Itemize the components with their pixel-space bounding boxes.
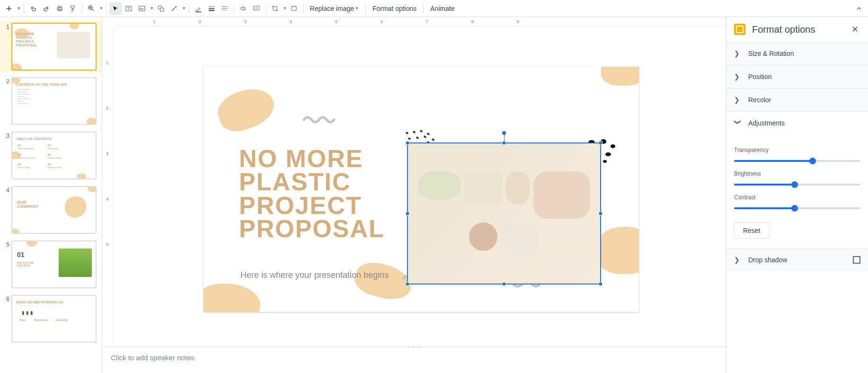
format-panel-icon xyxy=(734,24,745,35)
reset-button[interactable]: Reset xyxy=(734,222,770,239)
redo-button[interactable] xyxy=(40,2,53,15)
chevron-right-icon: ❯ xyxy=(734,256,742,264)
line-button[interactable] xyxy=(168,2,180,15)
chevron-right-icon: ❯ xyxy=(734,73,742,80)
thumbnail-4[interactable]: 4 OURCOMPANY xyxy=(0,184,102,236)
thumbnail-1[interactable]: 1 NO MOREPLASTICPROJECTPROPOSAL xyxy=(0,21,102,72)
print-button[interactable] xyxy=(53,2,66,15)
format-options-panel: Format options ✕ ❯ Size & Rotation ❯ Pos… xyxy=(726,17,868,373)
svg-rect-9 xyxy=(160,8,164,11)
chevron-right-icon: ❯ xyxy=(734,50,742,57)
svg-point-16 xyxy=(426,133,430,135)
svg-point-14 xyxy=(412,131,416,133)
transparency-slider[interactable] xyxy=(734,160,860,162)
size-rotation-section[interactable]: ❯ Size & Rotation xyxy=(726,42,868,65)
transparency-label: Transparency xyxy=(734,147,860,153)
zoom-button[interactable] xyxy=(85,2,97,15)
rotation-handle[interactable] xyxy=(502,131,506,135)
select-tool-button[interactable] xyxy=(109,2,122,15)
svg-point-18 xyxy=(416,136,419,139)
link-button[interactable] xyxy=(237,2,249,15)
slide-canvas[interactable]: NO MOREPLASTICPROJECTPROPOSAL Here is wh… xyxy=(204,67,639,312)
reset-image-button[interactable] xyxy=(288,2,300,15)
new-slide-button[interactable] xyxy=(3,2,15,15)
speaker-notes[interactable]: ● ● ● Click to add speaker notes xyxy=(102,346,726,373)
adjustments-section[interactable]: ❯ Adjustments xyxy=(726,112,868,134)
border-dash-button[interactable] xyxy=(219,2,231,15)
svg-rect-10 xyxy=(195,11,201,12)
comment-button[interactable] xyxy=(250,2,263,15)
svg-point-17 xyxy=(407,137,411,140)
thumbnail-5[interactable]: 5 01 ABOUT THEPROJECT xyxy=(0,239,102,290)
chevron-down-icon: ❯ xyxy=(734,119,742,127)
svg-rect-3 xyxy=(71,6,74,8)
svg-point-20 xyxy=(431,138,434,141)
dropdown-icon[interactable]: ▼ xyxy=(150,6,154,10)
slide-subtitle[interactable]: Here is where your presentation begins xyxy=(240,270,389,280)
close-panel-button[interactable]: ✕ xyxy=(849,24,860,35)
chevron-right-icon: ❯ xyxy=(734,96,742,104)
replace-image-button[interactable]: Replace image▼ xyxy=(306,2,363,15)
collapse-toolbar-button[interactable] xyxy=(853,2,865,15)
svg-rect-12 xyxy=(292,7,296,10)
position-section[interactable]: ❯ Position xyxy=(726,65,868,88)
resize-handle[interactable] xyxy=(502,282,506,286)
border-weight-button[interactable] xyxy=(205,2,218,15)
format-options-button[interactable]: Format options xyxy=(369,2,420,15)
slide-thumbnails: 1 NO MOREPLASTICPROJECTPROPOSAL 2 CONTEN… xyxy=(0,17,102,373)
animate-button[interactable]: Animate xyxy=(426,2,458,15)
svg-point-38 xyxy=(603,160,607,163)
svg-rect-1 xyxy=(58,6,61,8)
drop-shadow-section[interactable]: ❯ Drop shadow xyxy=(726,249,868,271)
svg-point-13 xyxy=(405,132,408,134)
brightness-label: Brightness xyxy=(734,170,860,177)
canvas-area: 123456789 12345 NO MOREPLASTICPROJECTPRO… xyxy=(102,17,726,373)
crop-button[interactable] xyxy=(269,2,281,15)
image-button[interactable] xyxy=(136,2,148,15)
thumbnail-6[interactable]: 6 WHAT WE ARE WORKING ON ▮ ▮ ▮ RetailRes… xyxy=(0,293,102,345)
svg-point-33 xyxy=(611,144,615,148)
vertical-ruler: 12345 xyxy=(102,27,114,373)
text-box-button[interactable] xyxy=(123,2,135,15)
dropdown-icon[interactable]: ▼ xyxy=(182,6,186,10)
dropdown-icon[interactable]: ▼ xyxy=(17,6,21,10)
svg-point-19 xyxy=(423,135,426,138)
undo-button[interactable] xyxy=(27,2,39,15)
resize-handle[interactable] xyxy=(599,212,602,215)
resize-handle[interactable] xyxy=(406,282,409,286)
svg-point-36 xyxy=(605,152,611,156)
thumbnail-2[interactable]: 2 CONTENTS OF THIS TEMPLATE ━━━━━━━━━━━━… xyxy=(0,75,102,127)
format-panel-title: Format options xyxy=(752,24,842,35)
horizontal-ruler: 123456789 xyxy=(114,17,726,27)
main-toolbar: ▼ ▼ ▼ ▼ ▼ Replace image▼ Format options … xyxy=(0,0,868,17)
svg-point-15 xyxy=(419,130,423,133)
border-color-button[interactable] xyxy=(192,2,204,15)
selected-image[interactable] xyxy=(407,142,601,284)
brightness-slider[interactable] xyxy=(734,184,860,186)
resize-handle[interactable] xyxy=(599,282,602,286)
thumbnail-3[interactable]: 3 TABLE OF CONTENTS 01About the project … xyxy=(0,130,102,181)
dropdown-icon[interactable]: ▼ xyxy=(283,6,287,10)
dropdown-icon[interactable]: ▼ xyxy=(99,6,103,10)
resize-handle[interactable] xyxy=(599,141,602,145)
paint-format-button[interactable] xyxy=(67,2,79,15)
contrast-label: Contrast xyxy=(734,194,860,201)
drop-shadow-checkbox[interactable] xyxy=(853,256,860,264)
resize-handle[interactable] xyxy=(406,212,409,215)
resize-handle[interactable] xyxy=(406,141,409,145)
shape-button[interactable] xyxy=(155,2,167,15)
recolor-section[interactable]: ❯ Recolor xyxy=(726,89,868,111)
resize-handle[interactable] xyxy=(502,141,506,145)
slide-title[interactable]: NO MOREPLASTICPROJECTPROPOSAL xyxy=(239,147,385,241)
contrast-slider[interactable] xyxy=(734,207,860,209)
